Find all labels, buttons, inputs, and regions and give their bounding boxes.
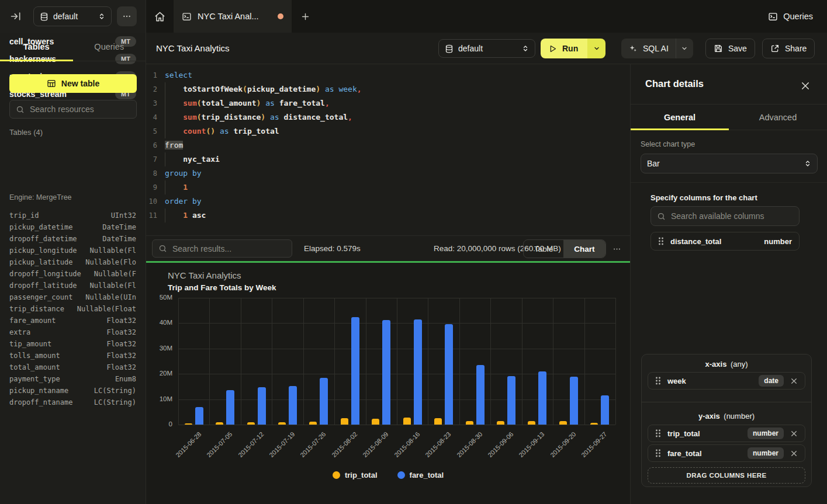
editor-line: 5count() as trip_total [146, 124, 630, 138]
bar-fare-total[interactable] [601, 395, 609, 425]
bar-trip-total[interactable] [278, 422, 286, 425]
remove-column-button[interactable] [790, 450, 798, 457]
queries-button[interactable]: Queries [763, 8, 818, 25]
bar-trip-total[interactable] [309, 422, 317, 425]
chart-type-select[interactable]: Bar [641, 154, 818, 173]
bar-fare-total[interactable] [382, 320, 390, 425]
legend-item-trip_total[interactable]: trip_total [333, 471, 378, 479]
column-name: trip_distance [9, 305, 77, 313]
sidebar-search-input[interactable] [30, 105, 130, 114]
bar-trip-total[interactable] [528, 421, 535, 425]
bar-fare-total[interactable] [538, 371, 546, 425]
bar-fare-total[interactable] [320, 378, 328, 425]
y-axis-tick: 50M [142, 294, 172, 301]
collapse-sidebar-button[interactable] [7, 9, 25, 23]
run-options-button[interactable] [587, 39, 605, 58]
bar-fare-total[interactable] [289, 386, 297, 425]
bar-fare-total[interactable] [414, 319, 422, 425]
results-search-input[interactable] [172, 244, 286, 253]
drag-handle-icon[interactable] [658, 237, 664, 245]
bar-trip-total[interactable] [403, 418, 411, 425]
legend-dot-icon [397, 471, 405, 479]
bar-fare-total[interactable] [351, 317, 359, 425]
new-table-button[interactable]: New table [9, 74, 137, 93]
token: ( [243, 85, 247, 93]
sidebar-tab-queries[interactable]: Queries [73, 33, 146, 61]
tab-nyc-taxi-analytics[interactable]: NYC Taxi Anal... [174, 0, 292, 33]
drag-handle-icon[interactable] [655, 429, 661, 437]
columns-search[interactable] [650, 206, 800, 226]
queries-icon [768, 12, 778, 22]
remove-column-button[interactable] [790, 430, 798, 437]
drag-handle-icon[interactable] [655, 449, 661, 457]
column-name: tolls_amount [9, 352, 106, 360]
axis-chip-fare_total[interactable]: fare_totalnumber [648, 444, 805, 462]
axis-chip-week[interactable]: weekdate [648, 372, 805, 390]
line-number: 11 [146, 208, 165, 223]
legend-label: trip_total [345, 471, 378, 479]
bar-trip-total[interactable] [497, 421, 504, 425]
bar-fare-total[interactable] [570, 377, 578, 425]
bar-fare-total[interactable] [195, 407, 203, 425]
home-button[interactable] [146, 0, 174, 33]
bar-trip-total[interactable] [466, 421, 473, 425]
database-selector[interactable]: default [33, 6, 112, 26]
bar-trip-total[interactable] [590, 423, 598, 425]
bar-fare-total[interactable] [445, 324, 453, 425]
bar-trip-total[interactable] [372, 419, 379, 425]
bar-trip-total[interactable] [559, 421, 567, 425]
chart-details-title: Chart details [645, 78, 704, 89]
tab-general[interactable]: General [631, 105, 729, 130]
gridline-vertical [272, 298, 272, 425]
chevron-down-icon [593, 45, 600, 52]
bar-chart[interactable]: 50M40M30M20M10M02015-06-282015-07-052015… [178, 298, 615, 425]
workspace-more-button[interactable] [117, 6, 137, 26]
column-type: Float32 [106, 317, 136, 325]
available-column-distance-total[interactable]: distance_total number [650, 232, 800, 251]
run-button-group: Run [541, 39, 605, 58]
save-button[interactable]: Save [705, 39, 755, 58]
line-number: 10 [146, 194, 165, 208]
token: () [206, 127, 215, 135]
axis-chip-trip_total[interactable]: trip_totalnumber [648, 425, 805, 442]
bar-fare-total[interactable] [507, 376, 515, 425]
bar-trip-total[interactable] [247, 422, 255, 425]
columns-section-label: Specify columns for the chart [650, 193, 757, 202]
bar-fare-total[interactable] [226, 390, 234, 425]
view-table-button[interactable]: Table [524, 240, 563, 258]
share-button[interactable]: Share [762, 39, 815, 58]
drag-columns-drop-zone[interactable]: DRAG COLUMNS HERE [648, 467, 805, 484]
run-button[interactable]: Run [541, 39, 587, 58]
close-panel-button[interactable] [799, 79, 812, 92]
bar-fare-total[interactable] [258, 387, 266, 425]
code-text: 1 [165, 180, 630, 194]
drag-handle-icon[interactable] [655, 377, 661, 385]
columns-search-input[interactable] [671, 211, 793, 221]
column-name: pickup_datetime [9, 223, 102, 231]
legend-item-fare_total[interactable]: fare_total [397, 471, 444, 479]
run-database-selector[interactable]: default [438, 39, 535, 58]
token: 1 [183, 183, 188, 192]
axis-hint: (number) [720, 412, 755, 420]
sql-editor[interactable]: 1select2toStartOfWeek(pickup_datetime) a… [146, 64, 630, 235]
column-name: pickup_ntaname [9, 387, 94, 395]
sidebar-tab-tables[interactable]: Tables [0, 33, 73, 61]
sidebar-search[interactable] [9, 100, 137, 119]
bar-trip-total[interactable] [216, 422, 223, 425]
tab-advanced[interactable]: Advanced [729, 105, 827, 130]
results-more-button[interactable] [610, 243, 624, 255]
code-text: from [165, 138, 630, 152]
view-chart-button[interactable]: Chart [563, 240, 605, 258]
code-text: toStartOfWeek(pickup_datetime) as week, [165, 82, 630, 96]
sql-ai-options-button[interactable] [676, 39, 693, 58]
new-tab-button[interactable] [295, 8, 315, 25]
remove-column-button[interactable] [790, 377, 798, 385]
axis-column-name: fare_total [667, 449, 741, 458]
column-type: LC(String) [94, 387, 136, 395]
bar-trip-total[interactable] [341, 418, 348, 425]
results-search[interactable] [152, 239, 292, 258]
bar-fare-total[interactable] [476, 365, 485, 425]
bar-trip-total[interactable] [434, 418, 442, 425]
bar-trip-total[interactable] [185, 423, 192, 425]
sql-ai-button[interactable]: SQL AI [621, 44, 676, 53]
